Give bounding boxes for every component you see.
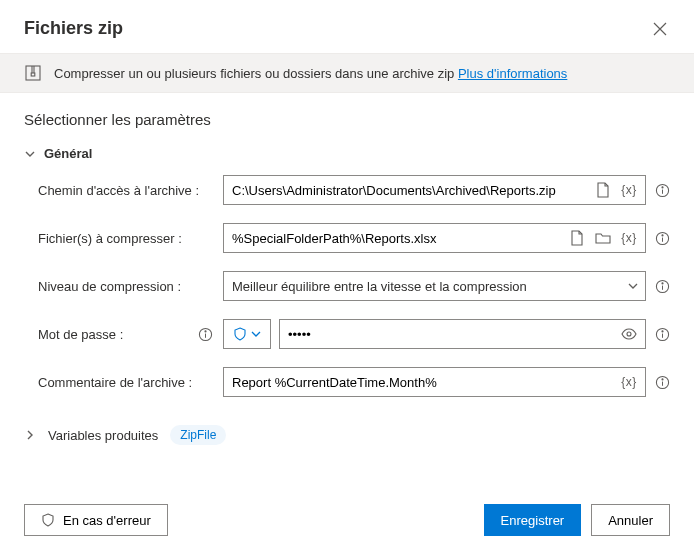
group-general-label: Général: [44, 146, 92, 161]
variable-picker-button[interactable]: {x}: [619, 180, 639, 200]
password-label: Mot de passe :: [38, 327, 123, 342]
variable-chip-zipfile[interactable]: ZipFile: [170, 425, 226, 445]
chevron-right-icon: [24, 430, 36, 440]
compression-level-label: Niveau de compression :: [38, 279, 213, 294]
folder-icon: [595, 231, 611, 245]
info-icon[interactable]: [654, 326, 670, 342]
info-icon[interactable]: [654, 374, 670, 390]
files-to-zip-label: Fichier(s) à compresser :: [38, 231, 213, 246]
info-icon[interactable]: [654, 278, 670, 294]
variables-produced-toggle[interactable]: Variables produites ZipFile: [0, 415, 694, 445]
info-icon[interactable]: [654, 230, 670, 246]
info-bar: Compresser un ou plusieurs fichiers ou d…: [0, 53, 694, 93]
compression-level-select[interactable]: Meilleur équilibre entre la vitesse et l…: [223, 271, 646, 301]
variable-picker-button[interactable]: {x}: [619, 228, 639, 248]
svg-point-6: [661, 186, 662, 187]
svg-point-12: [661, 282, 662, 283]
info-icon[interactable]: [197, 326, 213, 342]
chevron-down-icon: [251, 329, 261, 339]
files-to-zip-input[interactable]: [232, 224, 561, 252]
variable-picker-button[interactable]: {x}: [619, 372, 639, 392]
svg-rect-3: [31, 73, 35, 76]
more-info-link[interactable]: Plus d'informations: [458, 66, 567, 81]
svg-point-19: [661, 330, 662, 331]
dialog-title: Fichiers zip: [24, 18, 123, 39]
sensitive-mode-button[interactable]: [223, 319, 271, 349]
archive-comment-label: Commentaire de l'archive :: [38, 375, 213, 390]
info-icon[interactable]: [654, 182, 670, 198]
cancel-button[interactable]: Annuler: [591, 504, 670, 536]
close-button[interactable]: [650, 19, 670, 39]
variables-produced-label: Variables produites: [48, 428, 158, 443]
archive-comment-input[interactable]: [232, 368, 613, 396]
eye-icon: [621, 328, 637, 340]
svg-point-22: [661, 378, 662, 379]
svg-point-16: [627, 332, 631, 336]
group-general-toggle[interactable]: Général: [24, 146, 670, 161]
select-file-button[interactable]: [593, 180, 613, 200]
parameters-heading: Sélectionner les paramètres: [24, 111, 670, 128]
archive-icon: [24, 64, 42, 82]
chevron-down-icon: [627, 280, 639, 292]
file-icon: [570, 230, 584, 246]
info-text: Compresser un ou plusieurs fichiers ou d…: [54, 66, 458, 81]
chevron-down-icon: [24, 149, 36, 159]
svg-point-15: [204, 330, 205, 331]
reveal-password-button[interactable]: [619, 324, 639, 344]
shield-outline-icon: [41, 513, 55, 527]
shield-icon: [233, 327, 247, 341]
compression-level-value: Meilleur équilibre entre la vitesse et l…: [232, 279, 527, 294]
svg-point-9: [661, 234, 662, 235]
archive-path-input[interactable]: [232, 176, 587, 204]
save-button[interactable]: Enregistrer: [484, 504, 582, 536]
file-icon: [596, 182, 610, 198]
close-icon: [653, 22, 667, 36]
select-file-button[interactable]: [567, 228, 587, 248]
archive-path-label: Chemin d'accès à l'archive :: [38, 183, 213, 198]
password-input[interactable]: [288, 320, 613, 348]
on-error-label: En cas d'erreur: [63, 513, 151, 528]
on-error-button[interactable]: En cas d'erreur: [24, 504, 168, 536]
select-folder-button[interactable]: [593, 228, 613, 248]
